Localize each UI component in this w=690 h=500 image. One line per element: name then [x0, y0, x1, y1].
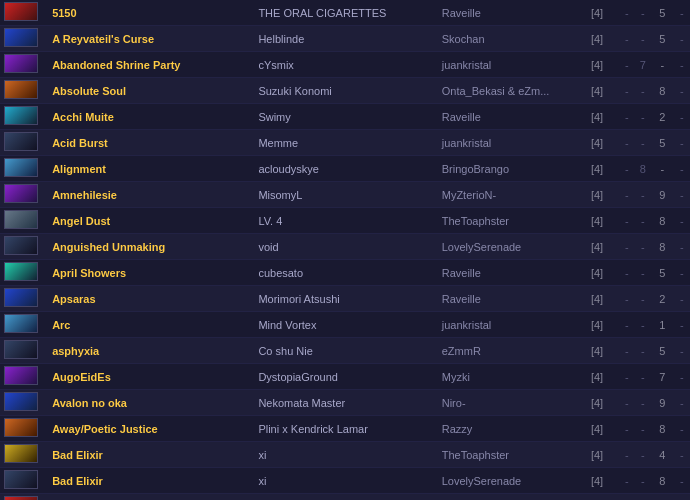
artist-name: Mind Vortex [254, 312, 437, 338]
song-title[interactable]: Apsaras [48, 286, 254, 312]
table-row[interactable]: Away/Poetic JusticePlini x Kendrick Lama… [0, 416, 690, 442]
table-row[interactable]: asphyxiaCo shu NieeZmmR[4]--5- [0, 338, 690, 364]
song-title[interactable]: Arc [48, 312, 254, 338]
table-row[interactable]: ArcMind Vortexjuankristal[4]--1- [0, 312, 690, 338]
table-row[interactable]: AmnehilesieMisomyLMyZterioN-[4]--9- [0, 182, 690, 208]
song-title[interactable]: AugoEidEs [48, 364, 254, 390]
col-num: 5 [651, 130, 674, 156]
col-d1: - [619, 208, 635, 234]
mapper-name[interactable]: LovelySerenade [438, 468, 576, 494]
song-title[interactable]: Angel Dust [48, 208, 254, 234]
mapper-name[interactable]: juankristal [438, 52, 576, 78]
beatmap-table: 5150THE ORAL CIGARETTESRaveille[4]--5-A … [0, 0, 690, 500]
song-title[interactable]: Amnehilesie [48, 182, 254, 208]
col-d2: - [635, 442, 651, 468]
table-row[interactable]: Anguished UnmakingvoidLovelySerenade[4]-… [0, 234, 690, 260]
col-d1: - [619, 494, 635, 501]
table-row[interactable]: AlignmentacloudyskyeBringoBrango[4]-8-- [0, 156, 690, 182]
mapper-name[interactable]: Razzy [438, 416, 576, 442]
song-title[interactable]: Anguished Unmaking [48, 234, 254, 260]
table-row[interactable]: Acchi MuiteSwimyRaveille[4]--2- [0, 104, 690, 130]
table-row[interactable]: ApsarasMorimori AtsushiRaveille[4]--2- [0, 286, 690, 312]
mapper-name[interactable]: TheToaphster [438, 208, 576, 234]
song-title[interactable]: April Showers [48, 260, 254, 286]
table-row[interactable]: 5150THE ORAL CIGARETTESRaveille[4]--5- [0, 0, 690, 26]
col-num: 8 [651, 208, 674, 234]
song-thumbnail [4, 28, 38, 47]
song-thumbnail [4, 80, 38, 99]
mapper-name[interactable]: Raveille [438, 104, 576, 130]
mapper-name[interactable]: Niro- [438, 390, 576, 416]
song-title[interactable]: Alignment [48, 156, 254, 182]
song-title[interactable]: Abandoned Shrine Party [48, 52, 254, 78]
song-thumbnail [4, 54, 38, 73]
table-row[interactable]: April ShowerscubesatoRaveille[4]--5- [0, 260, 690, 286]
col-d2: - [635, 104, 651, 130]
col-d2: - [635, 26, 651, 52]
mapper-name[interactable]: PiraTom [438, 494, 576, 501]
mapper-name[interactable]: BringoBrango [438, 156, 576, 182]
thumbnail-cell [0, 468, 48, 494]
col-num: 4 [651, 442, 674, 468]
table-row[interactable]: Bad ElixirxiLovelySerenade[4]--8- [0, 468, 690, 494]
thumbnail-cell [0, 156, 48, 182]
song-thumbnail [4, 366, 38, 385]
song-title[interactable]: asphyxia [48, 338, 254, 364]
mapper-name[interactable]: Raveille [438, 260, 576, 286]
col-d1: - [619, 52, 635, 78]
difficulty-badge: [4] [575, 260, 619, 286]
mapper-name[interactable]: Myzki [438, 364, 576, 390]
song-thumbnail [4, 158, 38, 177]
song-thumbnail [4, 288, 38, 307]
table-row[interactable]: AugoEidEsDystopiaGroundMyzki[4]--7- [0, 364, 690, 390]
artist-name: Nekomata Master [254, 390, 437, 416]
song-title[interactable]: Avalon no oka [48, 390, 254, 416]
col-num: 9 [651, 182, 674, 208]
thumbnail-cell [0, 364, 48, 390]
mapper-name[interactable]: Raveille [438, 286, 576, 312]
artist-name: acloudyskye [254, 156, 437, 182]
col-d2: - [635, 234, 651, 260]
mapper-name[interactable]: Onta_Bekasi & eZm... [438, 78, 576, 104]
artist-name: xi [254, 442, 437, 468]
song-title[interactable]: Absolute Soul [48, 78, 254, 104]
col-d1: - [619, 390, 635, 416]
mapper-name[interactable]: eZmmR [438, 338, 576, 364]
table-row[interactable]: Berry Go!!Freezer feat. KiichigoPiraTom[… [0, 494, 690, 501]
song-title[interactable]: A Reyvateil's Curse [48, 26, 254, 52]
mapper-name[interactable]: Raveille [438, 0, 576, 26]
col-num: 5 [651, 338, 674, 364]
song-title[interactable]: Acchi Muite [48, 104, 254, 130]
song-title[interactable]: 5150 [48, 0, 254, 26]
song-title[interactable]: Away/Poetic Justice [48, 416, 254, 442]
song-title[interactable]: Berry Go!! [48, 494, 254, 501]
mapper-name[interactable]: Skochan [438, 26, 576, 52]
song-title[interactable]: Acid Burst [48, 130, 254, 156]
table-row[interactable]: Avalon no okaNekomata MasterNiro-[4]--9- [0, 390, 690, 416]
mapper-name[interactable]: TheToaphster [438, 442, 576, 468]
table-row[interactable]: Angel DustLV. 4TheToaphster[4]--8- [0, 208, 690, 234]
mapper-name[interactable]: juankristal [438, 130, 576, 156]
mapper-name[interactable]: MyZterioN- [438, 182, 576, 208]
table-row[interactable]: A Reyvateil's CurseHelblindeSkochan[4]--… [0, 26, 690, 52]
song-list[interactable]: 5150THE ORAL CIGARETTESRaveille[4]--5-A … [0, 0, 690, 500]
table-row[interactable]: Bad ElixirxiTheToaphster[4]--4- [0, 442, 690, 468]
table-row[interactable]: Absolute SoulSuzuki KonomiOnta_Bekasi & … [0, 78, 690, 104]
col-d1: - [619, 260, 635, 286]
table-row[interactable]: Acid BurstMemmejuankristal[4]--5- [0, 130, 690, 156]
artist-name: DystopiaGround [254, 364, 437, 390]
song-title[interactable]: Bad Elixir [48, 468, 254, 494]
mapper-name[interactable]: LovelySerenade [438, 234, 576, 260]
song-title[interactable]: Bad Elixir [48, 442, 254, 468]
difficulty-badge: [4] [575, 442, 619, 468]
col-d1: - [619, 364, 635, 390]
col-d1: - [619, 130, 635, 156]
table-row[interactable]: Abandoned Shrine PartycYsmixjuankristal[… [0, 52, 690, 78]
difficulty-badge: [4] [575, 208, 619, 234]
thumbnail-cell [0, 286, 48, 312]
artist-name: Plini x Kendrick Lamar [254, 416, 437, 442]
col-d2: - [635, 208, 651, 234]
difficulty-badge: [4] [575, 26, 619, 52]
col-num: 9 [651, 390, 674, 416]
mapper-name[interactable]: juankristal [438, 312, 576, 338]
